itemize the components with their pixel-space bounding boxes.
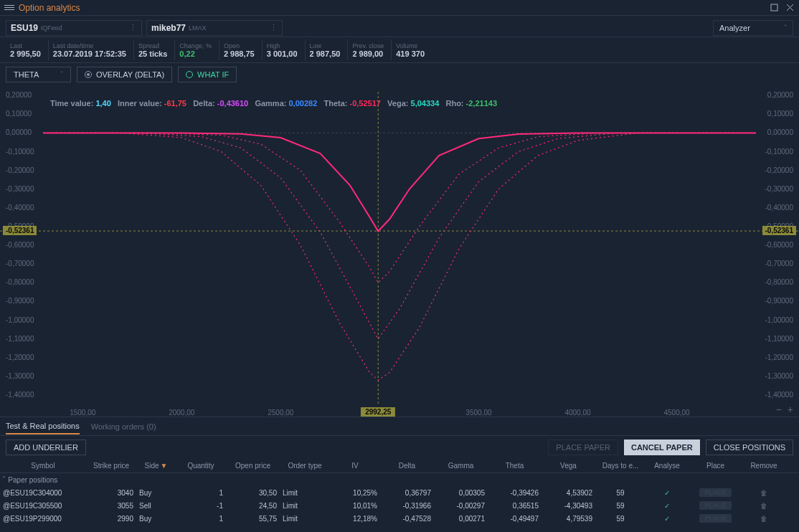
check-icon: ✓ [664, 502, 670, 510]
y-tick: 0,00000 [6, 128, 32, 136]
chevron-down-icon: ˇ [784, 24, 787, 32]
cell-analyse[interactable]: ✓ [646, 486, 689, 499]
cell-analyse[interactable]: ✓ [646, 512, 689, 525]
cell-open: 30,50 [226, 486, 280, 499]
symbol-primary[interactable]: ESU19 iQFeed ⋮ [6, 20, 142, 36]
y-tick: 0,20000 [767, 91, 793, 99]
symbol-secondary[interactable]: mikeb77 LMAX ⋮ [146, 20, 283, 36]
titlebar: Option analytics [0, 0, 799, 16]
table-row[interactable]: @ESU19P299000 2990 Buy 1 55,75 Limit 12,… [0, 512, 799, 525]
cancel-paper-button[interactable]: CANCEL PAPER [624, 440, 700, 455]
view-mode-select[interactable]: Analyzer ˇ [713, 20, 793, 36]
cell-qty: 1 [176, 512, 226, 525]
more-icon[interactable]: ⋮ [270, 23, 278, 32]
cell-vega: -4,30493 [542, 499, 595, 512]
table-header: Symbol Strike price Side▼ Quantity Open … [0, 459, 799, 473]
filter-icon[interactable]: ▼ [161, 462, 168, 470]
y-tick: -1,20000 [765, 353, 793, 361]
cell-open: 55,75 [226, 512, 280, 525]
chart-plot[interactable] [0, 86, 799, 417]
cell-place[interactable]: PLACE [689, 499, 742, 512]
y-tick: -0,90000 [6, 297, 34, 305]
zoom-out-button[interactable]: − [776, 404, 782, 415]
svg-rect-0 [771, 4, 777, 11]
cell-place[interactable]: PLACE [689, 486, 742, 499]
x-tick: 1500,00 [70, 409, 95, 417]
cell-vega: 4,53902 [542, 486, 595, 499]
y-tick: -0,80000 [765, 278, 793, 286]
y-tick: -0,40000 [6, 204, 34, 212]
cell-delta: -0,31966 [380, 499, 434, 512]
close-positions-button[interactable]: CLOSE POSITIONS [706, 440, 793, 455]
y-tick: -0,20000 [765, 166, 793, 174]
y-marker: -0,52361 [3, 226, 37, 235]
y-tick: -0,80000 [6, 278, 34, 286]
check-icon: ✓ [664, 489, 670, 497]
more-icon[interactable]: ⋮ [129, 23, 137, 32]
maximize-icon[interactable] [769, 3, 779, 13]
y-tick: -0,30000 [6, 185, 34, 193]
cell-gamma: -0,00297 [434, 499, 488, 512]
overlay-toggle[interactable]: OVERLAY (DELTA) [77, 67, 172, 82]
y-tick: -0,10000 [6, 148, 34, 156]
cell-gamma: 0,00271 [434, 512, 488, 525]
cell-qty: 1 [176, 486, 226, 499]
positions-tabs: Test & Real positions Working orders (0) [0, 417, 799, 436]
y-tick: -1,20000 [6, 353, 34, 361]
cell-remove[interactable]: 🗑 [742, 486, 785, 499]
cell-open: 24,50 [226, 499, 280, 512]
info-datetime: 23.07.2019 17:52:35 [53, 49, 126, 58]
cell-side: Sell [136, 499, 176, 512]
whatif-toggle[interactable]: WHAT IF [178, 67, 237, 82]
info-high: 3 001,00 [267, 49, 298, 58]
group-paper[interactable]: ˇPaper positions [0, 473, 799, 486]
x-tick: 4500,00 [663, 409, 689, 417]
action-row: ADD UNDERLIER PLACE PAPER CANCEL PAPER C… [0, 436, 799, 459]
y-tick: -1,00000 [765, 316, 793, 324]
cell-side: Buy [136, 486, 176, 499]
cell-theta: -0,39426 [488, 486, 542, 499]
radio-on-icon [85, 71, 92, 78]
add-underlier-button[interactable]: ADD UNDERLIER [6, 440, 86, 455]
y-tick: -0,90000 [765, 297, 793, 305]
cell-place[interactable]: PLACE [689, 512, 742, 525]
cell-theta: -0,49497 [488, 512, 542, 525]
cell-qty: -1 [176, 499, 226, 512]
info-change: 0,22 [179, 49, 212, 58]
greek-select[interactable]: THETAˇ [6, 67, 71, 82]
y-tick: -0,70000 [765, 260, 793, 267]
tab-orders[interactable]: Working orders (0) [91, 419, 156, 434]
cell-remove[interactable]: 🗑 [742, 512, 785, 525]
table-row[interactable]: @ESU19C304000 3040 Buy 1 30,50 Limit 10,… [0, 486, 799, 499]
cell-otype: Limit [280, 486, 330, 499]
y-tick: -0,70000 [6, 260, 34, 267]
cell-symbol: @ESU19C305500 [0, 499, 86, 512]
y-tick: -1,40000 [6, 391, 34, 399]
y-tick: -0,60000 [765, 241, 793, 249]
trash-icon: 🗑 [760, 515, 767, 523]
cell-iv: 10,25% [330, 486, 380, 499]
y-tick: -0,40000 [765, 204, 793, 212]
chart-area[interactable]: Time value: 1,40 Inner value: -61,75 Del… [0, 86, 799, 417]
tab-positions[interactable]: Test & Real positions [6, 419, 80, 434]
cell-dte: 59 [595, 512, 646, 525]
zoom-in-button[interactable]: + [788, 404, 793, 415]
table-row[interactable]: @ESU19C305500 3055 Sell -1 24,50 Limit 1… [0, 499, 799, 512]
zoom-controls: − + [776, 404, 793, 415]
cell-strike: 2990 [86, 512, 136, 525]
chevron-down-icon: ˇ [60, 70, 63, 79]
y-tick: -1,40000 [765, 391, 793, 399]
cell-vega: 4,79539 [542, 512, 595, 525]
y-tick: -1,10000 [6, 335, 34, 343]
cell-analyse[interactable]: ✓ [646, 499, 689, 512]
menu-icon[interactable] [4, 5, 14, 10]
info-row: Last2 995,50 Last date/time23.07.2019 17… [0, 37, 799, 63]
x-tick: 4000,00 [564, 409, 590, 417]
y-tick: -1,00000 [6, 316, 34, 324]
close-icon[interactable] [785, 3, 795, 13]
cell-iv: 12,18% [330, 512, 380, 525]
x-marker: 2992,25 [361, 407, 395, 417]
positions-table: Symbol Strike price Side▼ Quantity Open … [0, 459, 799, 525]
info-low: 2 987,50 [310, 49, 341, 58]
cell-remove[interactable]: 🗑 [742, 499, 785, 512]
